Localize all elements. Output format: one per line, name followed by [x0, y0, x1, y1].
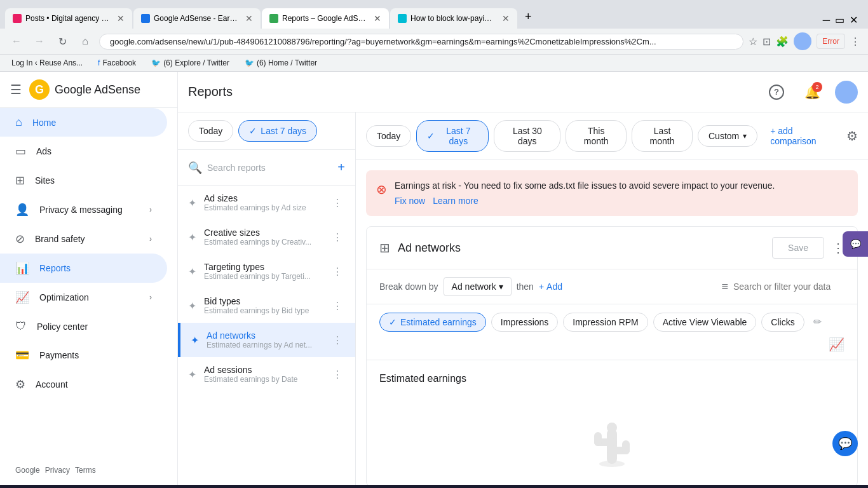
- minimize-icon[interactable]: ─: [823, 15, 830, 26]
- taskbar-powerpoint[interactable]: P: [337, 485, 363, 488]
- filter-input[interactable]: [733, 281, 844, 292]
- nav-item-ads[interactable]: ▭ Ads: [0, 137, 167, 166]
- tab-4[interactable]: How to block low-paying netwo... ✕: [390, 8, 517, 29]
- report-item-ad-sessions[interactable]: ✦ Ad sessions Estimated earnings by Date…: [178, 357, 355, 391]
- last7-top-button[interactable]: ✓ Last 7 days: [416, 120, 489, 152]
- add-report-button[interactable]: +: [337, 160, 345, 175]
- main-content: Reports ? 🔔 2 Today ✓: [178, 72, 868, 485]
- bookmark-2[interactable]: f Facebook: [94, 57, 140, 69]
- taskbar-store[interactable]: 🛍: [257, 485, 283, 488]
- nav-item-sites[interactable]: ⊞ Sites: [0, 166, 167, 195]
- facebook-icon: f: [98, 58, 100, 67]
- nav-item-home[interactable]: ⌂ Home: [0, 108, 167, 137]
- metric-impressions[interactable]: Impressions: [491, 313, 558, 332]
- ad-networks-more-icon[interactable]: ⋮: [330, 332, 345, 349]
- hamburger-menu[interactable]: ☰: [10, 82, 22, 97]
- footer-terms-link[interactable]: Terms: [75, 466, 96, 475]
- metric-clicks[interactable]: Clicks: [761, 313, 804, 332]
- close-icon[interactable]: ✕: [850, 14, 858, 26]
- feedback-button[interactable]: 💬: [832, 431, 858, 456]
- bookmark-1[interactable]: Log In ‹ Reuse Ans...: [8, 57, 86, 69]
- fix-now-link[interactable]: Fix now: [395, 196, 425, 206]
- taskbar-edge[interactable]: 🌐: [204, 485, 229, 488]
- report-item-creative-sizes[interactable]: ✦ Creative sizes Estimated earnings by C…: [178, 220, 355, 254]
- taskbar-taskview[interactable]: ⧉: [177, 485, 203, 488]
- back-button[interactable]: ←: [8, 32, 25, 50]
- ad-networks-icon: ✦: [191, 334, 199, 346]
- learn-more-link[interactable]: Learn more: [433, 196, 478, 206]
- bookmark-3[interactable]: 🐦 (6) Explore / Twitter: [147, 57, 233, 69]
- tab-2-close[interactable]: ✕: [245, 13, 253, 24]
- taskbar-word[interactable]: W: [311, 485, 336, 488]
- edit-metrics-icon[interactable]: ✏: [810, 312, 825, 332]
- new-tab-button[interactable]: +: [519, 5, 538, 29]
- today-button[interactable]: Today: [188, 120, 233, 142]
- menu-icon[interactable]: ⋮: [850, 36, 860, 48]
- report-item-ad-sizes[interactable]: ✦ Ad sizes Estimated earnings by Ad size…: [178, 186, 355, 220]
- home-button[interactable]: ⌂: [76, 32, 94, 50]
- bookmark-4[interactable]: 🐦 (6) Home / Twitter: [241, 57, 321, 69]
- breakdown-select[interactable]: Ad network ▾: [444, 277, 512, 296]
- ad-sessions-content: Ad sessions Estimated earnings by Date: [204, 365, 322, 384]
- nav-item-account[interactable]: ⚙ Account: [0, 370, 167, 399]
- search-reports-input[interactable]: [207, 163, 332, 173]
- tab-3-close[interactable]: ✕: [374, 13, 381, 24]
- twitter-icon-2: 🐦: [245, 58, 254, 67]
- ad-networks-content: Ad networks Estimated earnings by Ad net…: [207, 330, 322, 349]
- report-item-targeting-types[interactable]: ✦ Targeting types Estimated earnings by …: [178, 254, 355, 288]
- chart-toggle-icon[interactable]: 📈: [829, 337, 844, 352]
- nav-item-reports[interactable]: 📊 Reports: [0, 254, 167, 283]
- nav-item-privacy[interactable]: 👤 Privacy & messaging ›: [0, 195, 167, 224]
- taskbar-chrome[interactable]: [364, 485, 390, 488]
- add-comparison-button[interactable]: + add comparison: [763, 121, 841, 151]
- footer-privacy-link[interactable]: Privacy: [45, 466, 70, 475]
- last7-button[interactable]: ✓ Last 7 days: [238, 120, 317, 142]
- lastmonth-top-button[interactable]: Last month: [632, 120, 693, 152]
- reload-button[interactable]: ↻: [53, 32, 71, 50]
- last30-top-button[interactable]: Last 30 days: [494, 120, 560, 152]
- forward-button[interactable]: →: [31, 32, 48, 50]
- tab-1[interactable]: Posts • Digital agency — WordPr... ✕: [5, 8, 132, 29]
- targeting-types-more-icon[interactable]: ⋮: [330, 263, 345, 280]
- help-button[interactable]: ?: [764, 79, 789, 105]
- tab-2[interactable]: Google AdSense - Earn Money Fr... ✕: [133, 8, 261, 29]
- breakdown-add-button[interactable]: + + Add Add: [539, 281, 562, 292]
- bookmark-icon[interactable]: ☆: [749, 36, 757, 48]
- date-settings-icon[interactable]: ⚙: [846, 128, 858, 144]
- nav-item-policy[interactable]: 🛡 Policy center: [0, 312, 167, 341]
- footer-google-link[interactable]: Google: [15, 466, 40, 475]
- nav-item-payments[interactable]: 💳 Payments: [0, 341, 167, 370]
- ad-sessions-icon: ✦: [188, 369, 196, 381]
- save-button[interactable]: Save: [772, 237, 824, 259]
- tab-1-close[interactable]: ✕: [117, 13, 125, 24]
- metric-impression-rpm[interactable]: Impression RPM: [563, 313, 648, 332]
- ad-sizes-more-icon[interactable]: ⋮: [330, 194, 345, 212]
- user-avatar[interactable]: [835, 81, 858, 104]
- taskbar-explorer[interactable]: 📁: [231, 485, 256, 488]
- today-top-button[interactable]: Today: [366, 125, 411, 147]
- metrics-bar: ✓ Estimated earnings Impressions Impress…: [367, 304, 857, 360]
- split-screen-icon[interactable]: ⊡: [763, 36, 771, 48]
- nav-item-optimization[interactable]: 📈 Optimization ›: [0, 283, 167, 312]
- metric-active-view[interactable]: Active View Viewable: [653, 313, 757, 332]
- creative-sizes-icon: ✦: [188, 231, 196, 243]
- creative-sizes-more-icon[interactable]: ⋮: [330, 229, 345, 246]
- extensions-icon[interactable]: 🧩: [776, 36, 789, 48]
- report-item-ad-networks[interactable]: ✦ Ad networks Estimated earnings by Ad n…: [178, 323, 355, 357]
- chat-button[interactable]: 💬: [843, 231, 868, 257]
- tab-4-close[interactable]: ✕: [502, 13, 510, 24]
- bid-types-more-icon[interactable]: ⋮: [330, 297, 345, 315]
- chat-icon: 💬: [850, 239, 861, 249]
- thismonth-top-button[interactable]: This month: [566, 120, 627, 152]
- nav-item-brand[interactable]: ⊘ Brand safety ›: [0, 224, 167, 254]
- metric-estimated-earnings[interactable]: ✓ Estimated earnings: [379, 313, 486, 332]
- tab-3[interactable]: Reports – Google AdSense ✕: [262, 8, 389, 29]
- maximize-icon[interactable]: ▭: [835, 14, 844, 26]
- url-bar[interactable]: google.com/adsense/new/u/1/pub-484906121…: [99, 34, 743, 50]
- report-item-bid-types[interactable]: ✦ Bid types Estimated earnings by Bid ty…: [178, 288, 355, 323]
- custom-top-button[interactable]: Custom ▾: [698, 125, 757, 147]
- ad-sessions-more-icon[interactable]: ⋮: [330, 366, 345, 383]
- taskbar-mail[interactable]: ✉: [284, 485, 309, 488]
- profile-avatar[interactable]: [794, 32, 811, 50]
- notifications-button[interactable]: 🔔 2: [799, 79, 825, 105]
